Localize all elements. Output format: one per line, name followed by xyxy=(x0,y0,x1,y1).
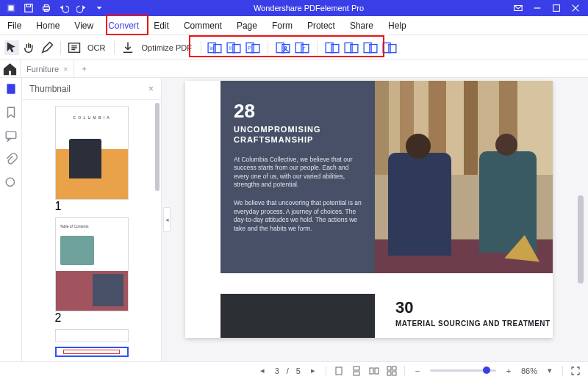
svg-rect-41 xyxy=(392,367,396,370)
thumbnail-page-1[interactable]: C O L U M B I A xyxy=(55,106,129,200)
undo-icon[interactable] xyxy=(59,3,69,13)
bookmarks-icon[interactable] xyxy=(4,106,18,119)
view-facing-icon[interactable] xyxy=(369,366,379,376)
svg-point-20 xyxy=(284,46,287,48)
attachments-icon[interactable] xyxy=(4,153,18,166)
maximize-icon[interactable] xyxy=(551,3,562,13)
svg-rect-36 xyxy=(354,367,359,370)
zoom-dropdown-icon[interactable]: ▾ xyxy=(545,366,555,376)
thumbnail-panel: Thumbnail × C O L U M B I A 1 Table of C… xyxy=(22,78,162,361)
to-image-icon[interactable] xyxy=(276,40,290,55)
panel-title: Thumbnail xyxy=(29,84,71,94)
thumbnail-page-partial[interactable] xyxy=(55,329,129,342)
menu-protect[interactable]: Protect xyxy=(300,16,343,35)
svg-text:W: W xyxy=(209,46,215,51)
menu-convert[interactable]: Convert xyxy=(101,16,146,35)
menu-edit[interactable]: Edit xyxy=(146,16,176,35)
ocr-icon[interactable] xyxy=(67,40,82,55)
optimize-icon[interactable] xyxy=(121,40,135,55)
zoom-slider[interactable] xyxy=(430,369,496,372)
svg-rect-42 xyxy=(387,372,391,375)
thumbnails-icon[interactable] xyxy=(4,82,18,95)
tab-close-icon[interactable]: × xyxy=(63,65,68,73)
to-ppt-icon[interactable]: P xyxy=(245,40,260,55)
block-heading: UNCOMPROMISING CRAFTSMANSHIP xyxy=(234,124,362,145)
search-panel-icon[interactable] xyxy=(4,176,18,190)
svg-rect-16 xyxy=(252,44,259,52)
home-tab-icon[interactable] xyxy=(0,60,21,77)
menu-comment[interactable]: Comment xyxy=(176,16,229,35)
app-title: Wondershare PDFelement Pro xyxy=(104,4,513,12)
to-epub-icon[interactable] xyxy=(325,40,340,55)
viewer-scrollbar[interactable] xyxy=(578,195,584,284)
svg-rect-33 xyxy=(6,131,16,138)
zoom-in-icon[interactable]: + xyxy=(503,366,514,376)
view-continuous-icon[interactable] xyxy=(351,366,362,376)
svg-rect-7 xyxy=(553,5,560,12)
panel-close-icon[interactable]: × xyxy=(148,84,154,94)
fullscreen-icon[interactable] xyxy=(570,366,581,376)
mail-icon[interactable] xyxy=(513,3,523,13)
menu-page[interactable]: Page xyxy=(229,16,265,35)
svg-rect-2 xyxy=(26,4,30,7)
svg-rect-39 xyxy=(375,368,379,374)
thumb-number: 2 xyxy=(55,311,129,325)
to-rtf-icon[interactable] xyxy=(363,40,378,55)
minimize-icon[interactable] xyxy=(532,3,542,13)
next-page-icon[interactable]: ▸ xyxy=(308,366,318,376)
select-tool-icon[interactable] xyxy=(4,40,19,55)
content-block-30: 30 MATERIAL SOURCING AND TREATMENT xyxy=(395,298,553,328)
to-excel-icon[interactable]: X xyxy=(226,40,241,55)
thumbnail-page-selected[interactable] xyxy=(55,347,129,357)
to-pdfa-icon[interactable] xyxy=(382,40,397,55)
zoom-value: 86% xyxy=(521,367,537,375)
comments-icon[interactable] xyxy=(4,129,18,142)
document-page[interactable]: 28 UNCOMPROMISING CRAFTSMANSHIP At Colum… xyxy=(185,81,553,338)
thumbnail-page-2[interactable]: Table of Contents xyxy=(55,217,129,311)
menu-home[interactable]: Home xyxy=(29,16,67,35)
svg-rect-35 xyxy=(336,367,342,375)
page-current: 3 xyxy=(275,367,279,375)
to-word-icon[interactable]: W xyxy=(207,40,222,55)
zoom-out-icon[interactable]: − xyxy=(412,366,423,376)
view-single-icon[interactable] xyxy=(334,366,344,376)
close-icon[interactable] xyxy=(570,3,581,13)
to-html-icon[interactable] xyxy=(344,40,359,55)
ocr-label[interactable]: OCR xyxy=(85,43,108,52)
collapse-panel-icon[interactable]: ◂ xyxy=(163,207,171,232)
svg-point-34 xyxy=(6,178,14,186)
print-icon[interactable] xyxy=(41,3,51,13)
dropdown-icon[interactable] xyxy=(94,3,104,13)
menu-form[interactable]: Form xyxy=(265,16,300,35)
optimize-label[interactable]: Optimize PDF xyxy=(138,43,194,52)
save-icon[interactable] xyxy=(24,3,34,13)
svg-rect-29 xyxy=(370,44,377,52)
view-grid-icon[interactable] xyxy=(387,366,397,376)
svg-rect-1 xyxy=(25,4,33,12)
content-photo-strip xyxy=(220,294,375,338)
prev-page-icon[interactable]: ◂ xyxy=(257,366,268,376)
new-tab-icon[interactable]: ＋ xyxy=(74,60,93,77)
side-rail xyxy=(0,78,22,361)
menu-view[interactable]: View xyxy=(67,16,101,35)
panel-scrollbar[interactable] xyxy=(155,103,159,191)
svg-rect-31 xyxy=(389,44,396,52)
svg-rect-4 xyxy=(44,5,48,7)
title-bar: Wondershare PDFelement Pro xyxy=(0,0,588,16)
document-tab[interactable]: Furniture × xyxy=(21,60,74,77)
menu-help[interactable]: Help xyxy=(381,16,414,35)
block-heading: MATERIAL SOURCING AND TREATMENT xyxy=(395,319,553,328)
block-paragraph: We believe that uncovering that potentia… xyxy=(234,199,362,233)
edit-tool-icon[interactable] xyxy=(40,40,54,55)
redo-icon[interactable] xyxy=(76,3,87,13)
block-number: 30 xyxy=(395,298,553,317)
svg-text:P: P xyxy=(248,46,251,51)
svg-rect-32 xyxy=(7,84,15,94)
menu-file[interactable]: File xyxy=(0,16,29,35)
thumb-number: 1 xyxy=(55,200,129,213)
hand-tool-icon[interactable] xyxy=(22,40,37,55)
menu-share[interactable]: Share xyxy=(343,16,381,35)
toolbar: OCR Optimize PDF W X P T xyxy=(0,35,588,60)
status-bar: ◂ 3 / 5 ▸ − + 86% ▾ xyxy=(0,361,588,379)
to-text-icon[interactable]: T xyxy=(295,40,309,55)
